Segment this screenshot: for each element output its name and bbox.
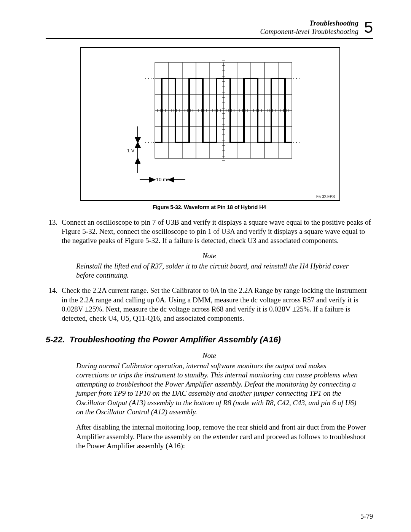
step-14-text: Check the 2.2A current range. Set the Ca… xyxy=(62,286,367,322)
svg-point-83 xyxy=(148,142,149,143)
page-header: Troubleshooting Component-level Troubles… xyxy=(46,19,373,36)
section-title: Troubleshooting the Power Amplifier Asse… xyxy=(69,335,280,344)
page-number: 5-79 xyxy=(360,513,373,521)
oscilloscope-waveform-diagram: 1 V 10 ms xyxy=(81,48,339,200)
note-1-body: Reinstall the lifted end of R37, solder … xyxy=(76,262,358,280)
note-2-body: During normal Calibrator operation, inte… xyxy=(76,361,358,417)
note-1-label: Note xyxy=(46,252,373,260)
header-row: Troubleshooting Component-level Troubles… xyxy=(46,19,373,36)
svg-point-81 xyxy=(299,78,299,79)
page: Troubleshooting Component-level Troubles… xyxy=(0,0,411,532)
svg-point-76 xyxy=(148,78,149,79)
svg-point-86 xyxy=(293,142,294,143)
step-13: Connect an oscilloscope to pin 7 of U3B … xyxy=(59,218,373,246)
note-2-label: Note xyxy=(46,351,373,360)
header-title: Troubleshooting xyxy=(309,19,358,27)
x-div-label: 10 ms xyxy=(156,177,170,182)
chapter-number: 5 xyxy=(364,20,373,35)
svg-marker-100 xyxy=(135,158,140,163)
svg-point-84 xyxy=(151,142,151,143)
svg-point-78 xyxy=(153,78,154,79)
svg-point-79 xyxy=(293,78,294,79)
after-note-paragraph: After disabling the internal moitoring l… xyxy=(76,423,373,451)
step-13-text: Connect an oscilloscope to pin 7 of U3B … xyxy=(62,218,371,245)
svg-point-88 xyxy=(299,142,299,143)
figure-eps-label: F5-32.EPS xyxy=(316,195,338,199)
section-number: 5-22. xyxy=(46,335,65,344)
svg-point-77 xyxy=(151,78,151,79)
header-rule xyxy=(46,38,373,39)
figure-frame: 1 V 10 ms F5-32.EPS xyxy=(80,47,340,201)
svg-point-75 xyxy=(145,78,146,79)
step-14: Check the 2.2A current range. Set the Ca… xyxy=(59,286,373,323)
figure-caption: Figure 5-32. Waveform at Pin 18 of Hybri… xyxy=(46,204,373,210)
section-heading: 5-22. Troubleshooting the Power Amplifie… xyxy=(46,335,373,345)
y-div-label: 1 V xyxy=(127,148,135,153)
header-subtitle: Component-level Troubleshooting xyxy=(260,27,358,35)
svg-marker-98 xyxy=(135,138,140,142)
svg-point-80 xyxy=(296,78,297,79)
svg-marker-102 xyxy=(150,177,155,182)
svg-point-85 xyxy=(153,142,154,143)
procedure-steps-cont: Check the 2.2A current range. Set the Ca… xyxy=(46,286,373,323)
procedure-steps: Connect an oscilloscope to pin 7 of U3B … xyxy=(46,218,373,246)
svg-point-82 xyxy=(145,142,146,143)
svg-point-87 xyxy=(296,142,297,143)
